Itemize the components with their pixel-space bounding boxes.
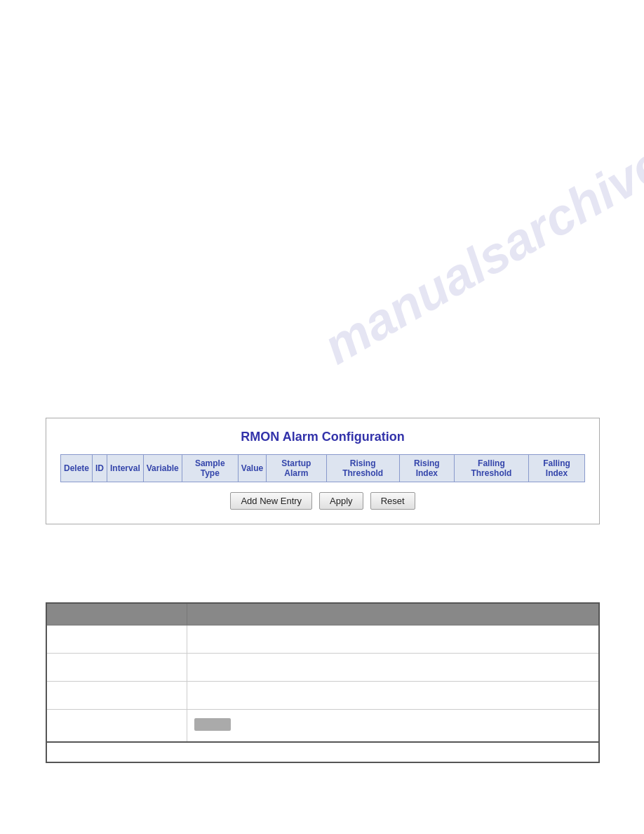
- col-falling-threshold: Falling Threshold: [454, 455, 528, 482]
- footer-cell: [46, 742, 599, 762]
- bottom-col1-header: [46, 603, 187, 626]
- row4-col2: [187, 710, 599, 743]
- col-rising-threshold: Rising Threshold: [326, 455, 399, 482]
- col-id: ID: [93, 455, 107, 482]
- table-footer-row: [46, 742, 599, 762]
- row1-col2: [187, 626, 599, 654]
- bottom-col2-header: [187, 603, 599, 626]
- gray-indicator: [194, 718, 231, 731]
- reset-button[interactable]: Reset: [370, 492, 415, 510]
- rmon-section: RMON Alarm Configuration Delete ID Inter…: [46, 418, 600, 524]
- col-startup-alarm: Startup Alarm: [267, 455, 326, 482]
- table-row: [46, 654, 599, 682]
- bottom-section: [46, 602, 600, 763]
- button-row: Add New Entry Apply Reset: [60, 492, 585, 510]
- table-row: [46, 626, 599, 654]
- row2-col2: [187, 654, 599, 682]
- row2-col1: [46, 654, 187, 682]
- col-falling-index: Falling Index: [528, 455, 584, 482]
- col-variable: Variable: [143, 455, 182, 482]
- table-row: [46, 682, 599, 710]
- rmon-title: RMON Alarm Configuration: [60, 430, 585, 444]
- table-row: [46, 710, 599, 743]
- row1-col1: [46, 626, 187, 654]
- watermark: manualsarchive.com: [314, 75, 644, 375]
- rmon-table: Delete ID Interval Variable Sample Type …: [60, 454, 585, 482]
- row4-col1: [46, 710, 187, 743]
- col-value: Value: [238, 455, 266, 482]
- col-rising-index: Rising Index: [399, 455, 454, 482]
- bottom-info-table: [46, 602, 600, 763]
- row3-col2: [187, 682, 599, 710]
- col-interval: Interval: [107, 455, 144, 482]
- add-new-entry-button[interactable]: Add New Entry: [230, 492, 312, 510]
- col-sample-type: Sample Type: [182, 455, 238, 482]
- apply-button[interactable]: Apply: [319, 492, 363, 510]
- row3-col1: [46, 682, 187, 710]
- col-delete: Delete: [61, 455, 93, 482]
